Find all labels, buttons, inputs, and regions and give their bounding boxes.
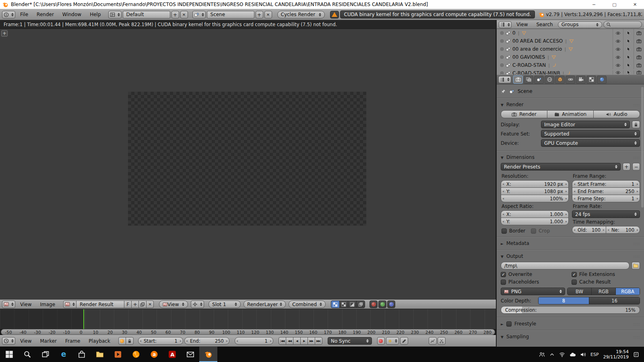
play-button[interactable]: ▶	[300, 337, 308, 345]
restrict-render-toggle[interactable]	[634, 70, 644, 74]
restrict-select-toggle[interactable]	[623, 53, 634, 61]
taskbar-blender-button[interactable]	[199, 347, 217, 362]
display-stereo-toggle[interactable]	[356, 300, 365, 308]
channel-bw-button[interactable]: BW	[568, 288, 591, 295]
menu-window[interactable]: Window	[59, 12, 85, 17]
outliner-item[interactable]: C-ROAD-STAN	[497, 61, 644, 69]
language-indicator[interactable]: ESP	[590, 352, 599, 357]
start-frame-field[interactable]: Start Frame: 1	[572, 180, 640, 188]
delete-layout-button[interactable]	[180, 11, 188, 19]
add-layout-button[interactable]	[171, 11, 179, 19]
render-engine-dropdown[interactable]: Cycles Render	[277, 11, 325, 19]
menu-marker[interactable]: Marker	[36, 338, 60, 344]
display-dropdown[interactable]: Image Editor	[541, 121, 630, 128]
scene-field[interactable]: Scene	[207, 11, 254, 19]
panel-dimensions-header[interactable]: Dimensions	[497, 152, 644, 162]
menu-view[interactable]: View	[513, 22, 531, 27]
animation-button[interactable]: Animation	[547, 110, 594, 118]
resolution-x-field[interactable]: X: 1920 px	[501, 180, 569, 188]
image-datablock-field[interactable]: Render Result	[76, 300, 124, 308]
action-center-icon[interactable]	[633, 352, 639, 358]
menu-help[interactable]: Help	[86, 12, 104, 17]
minimize-button[interactable]: ─	[585, 0, 603, 9]
menu-file[interactable]: File	[17, 12, 32, 17]
chevron-up-icon[interactable]	[549, 352, 555, 357]
restrict-select-toggle[interactable]	[623, 37, 634, 45]
onedrive-cloud-icon[interactable]	[570, 352, 576, 358]
screen-layout-field[interactable]: Default	[123, 11, 170, 19]
depth-16-button[interactable]: 16	[589, 297, 640, 304]
volume-icon[interactable]	[580, 352, 586, 358]
warning-icon-button[interactable]	[330, 11, 339, 19]
pivot-dropdown[interactable]	[191, 300, 204, 308]
restrict-render-toggle[interactable]	[634, 45, 644, 53]
taskbar-edge-button[interactable]	[54, 347, 72, 362]
device-dropdown[interactable]: GPU Compute	[541, 139, 640, 147]
editor-type-info-button[interactable]	[2, 11, 15, 19]
image-browse-button[interactable]	[63, 300, 76, 308]
browse-folder-button[interactable]	[632, 262, 640, 269]
sync-dropdown[interactable]: No Sync	[328, 337, 372, 345]
feature-set-dropdown[interactable]: Supported	[541, 130, 640, 138]
tab-texture[interactable]	[586, 76, 596, 84]
screen-layout-icon-button[interactable]	[108, 11, 122, 19]
tab-render[interactable]	[513, 76, 523, 84]
slot-dropdown[interactable]: Slot 1	[208, 300, 241, 308]
panel-metadata-header[interactable]: Metadata	[497, 239, 644, 248]
menu-playback[interactable]: Playback	[85, 338, 114, 344]
restrict-view-toggle[interactable]	[613, 61, 623, 69]
keyingset-lock-button[interactable]	[126, 337, 134, 345]
outliner-item[interactable]: 00 GAVIONES	[497, 53, 644, 61]
panel-sampling-header[interactable]: Sampling	[497, 332, 644, 341]
view-mode-dropdown[interactable]: View	[159, 300, 188, 308]
editor-type-outliner-button[interactable]	[499, 21, 512, 28]
frame-step-field[interactable]: Frame Step: 1	[572, 195, 640, 202]
green-channel-toggle[interactable]	[378, 300, 386, 308]
close-button[interactable]: ✕	[626, 0, 644, 9]
render-layer-dropdown[interactable]: RenderLayer	[244, 300, 286, 308]
add-scene-button[interactable]	[256, 11, 263, 19]
outliner-item[interactable]: C-ROAD-STAN-MINB	[497, 69, 644, 74]
properties-scrollbar[interactable]	[641, 87, 644, 208]
restrict-render-toggle[interactable]	[634, 61, 644, 69]
restrict-view-toggle[interactable]	[613, 70, 623, 74]
taskbar-search-button[interactable]	[18, 347, 36, 362]
depth-8-button[interactable]: 8	[539, 297, 589, 304]
render-pass-dropdown[interactable]: Combined	[289, 300, 326, 308]
display-alpha-toggle[interactable]	[339, 300, 348, 308]
timeline-ruler[interactable]: -50-40-30-20-100102030405060708090100110…	[1, 329, 495, 335]
outliner-filter-dropdown[interactable]: Groups	[558, 21, 602, 28]
aspect-y-field[interactable]: Y: 1.000	[501, 218, 569, 225]
driver-button[interactable]	[429, 337, 437, 345]
start-frame-field[interactable]: Start: 1	[138, 337, 183, 345]
freestyle-checkbox[interactable]	[506, 321, 512, 327]
resolution-y-field[interactable]: Y: 1080 px	[501, 187, 569, 195]
taskbar-mail-button[interactable]	[181, 347, 199, 362]
editor-type-properties-button[interactable]	[498, 76, 511, 83]
menu-image[interactable]: Image	[36, 302, 59, 307]
taskbar-explorer-button[interactable]	[91, 347, 109, 362]
region-expand-button[interactable]	[1, 30, 8, 37]
tab-world[interactable]	[545, 76, 554, 84]
compression-slider[interactable]: Compression: 15%	[501, 306, 640, 314]
resolution-percentage-field[interactable]: 100%	[501, 195, 569, 202]
file-extensions-checkbox[interactable]: File Extensions	[572, 272, 640, 277]
file-format-dropdown[interactable]: PNG	[501, 288, 565, 295]
placeholders-checkbox[interactable]: Placeholders	[501, 279, 569, 285]
remove-preset-button[interactable]: −	[632, 163, 640, 171]
border-checkbox[interactable]: Border	[502, 228, 525, 234]
auto-keyframe-button[interactable]	[118, 337, 126, 345]
end-frame-field[interactable]: End: 250	[184, 337, 229, 345]
menu-view[interactable]: View	[17, 338, 35, 344]
cut-button[interactable]	[438, 337, 446, 345]
end-frame-field[interactable]: End Frame: 250	[572, 187, 640, 195]
tab-constraints[interactable]	[566, 76, 575, 84]
output-path-field[interactable]: /tmp\	[501, 262, 630, 269]
tab-render-layers[interactable]	[524, 76, 533, 84]
outliner-item[interactable]: 00 area de comercio	[497, 45, 644, 53]
taskbar-clock[interactable]: 19:54 29/11/2019	[603, 349, 629, 360]
display-lock-button[interactable]	[632, 121, 640, 128]
audio-button[interactable]: Audio	[593, 110, 640, 118]
restrict-select-toggle[interactable]	[623, 45, 634, 53]
cache-result-checkbox[interactable]: Cache Result	[572, 279, 640, 285]
